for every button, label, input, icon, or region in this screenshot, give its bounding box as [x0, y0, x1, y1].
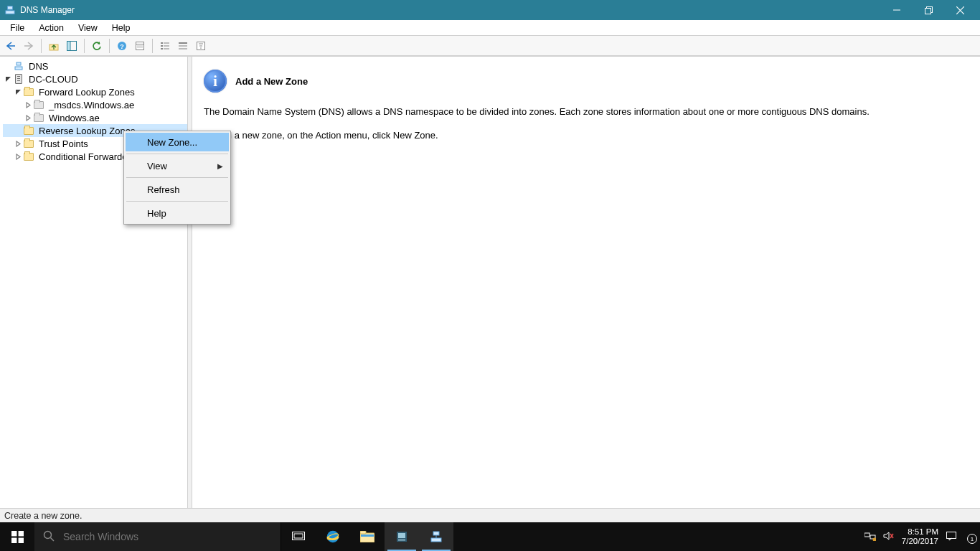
tree-node-server[interactable]: DC-CLOUD — [3, 72, 187, 85]
titlebar: DNS Manager — [0, 0, 980, 20]
app-icon — [4, 4, 16, 16]
svg-rect-46 — [398, 533, 405, 538]
expand-icon[interactable] — [13, 141, 23, 147]
svg-rect-24 — [179, 45, 187, 47]
content-paragraph-2: To add a new zone, on the Action menu, c… — [204, 129, 969, 143]
info-icon: i — [204, 70, 227, 93]
svg-text:?: ? — [120, 42, 124, 50]
svg-rect-22 — [164, 48, 169, 50]
svg-rect-10 — [67, 41, 71, 50]
dns-root-icon — [13, 60, 24, 72]
tray-clock[interactable]: 8:51 PM 7/20/2017 — [902, 527, 938, 546]
context-menu: New Zone... View ▶ Refresh Help — [123, 131, 231, 225]
svg-rect-20 — [164, 45, 169, 47]
taskbar-app-explorer[interactable] — [350, 522, 385, 551]
svg-rect-35 — [18, 537, 23, 542]
search-input[interactable] — [62, 530, 272, 543]
content-inset: i Add a New Zone The Domain Name System … — [192, 57, 980, 508]
tree-pane: DNS DC-CLOUD Forward Lookup Zones _msdcs… — [0, 57, 188, 508]
tree-node-dns-root[interactable]: DNS — [3, 60, 187, 72]
collapse-icon[interactable] — [3, 76, 13, 83]
tree-node-forward-lookup-zones[interactable]: Forward Lookup Zones — [3, 85, 187, 98]
context-menu-help[interactable]: Help — [126, 204, 229, 222]
menu-action[interactable]: Action — [32, 20, 71, 35]
maximize-button[interactable] — [913, 0, 944, 20]
context-menu-label: New Zone... — [147, 137, 197, 148]
context-menu-new-zone[interactable]: New Zone... — [126, 133, 229, 151]
tree-label: Conditional Forwarders — [37, 151, 136, 162]
toolbar-separator — [109, 39, 110, 53]
taskbar-app-dns-manager[interactable] — [419, 522, 453, 551]
tray-volume-icon[interactable] — [883, 531, 895, 542]
zone-icon — [33, 112, 44, 123]
context-menu-separator — [126, 154, 228, 154]
svg-rect-19 — [161, 45, 163, 47]
system-tray: 8:51 PM 7/20/2017 1 — [859, 522, 980, 551]
properties-button[interactable] — [132, 38, 148, 54]
close-button[interactable] — [944, 0, 976, 20]
folder-icon — [23, 138, 34, 149]
folder-icon — [23, 151, 34, 162]
svg-rect-39 — [294, 534, 303, 538]
context-menu-refresh[interactable]: Refresh — [126, 180, 229, 199]
folder-icon — [23, 86, 34, 98]
context-menu-view[interactable]: View ▶ — [126, 156, 229, 175]
svg-rect-31 — [17, 62, 21, 65]
svg-rect-32 — [11, 531, 17, 536]
svg-rect-33 — [18, 531, 23, 536]
tray-date: 7/20/2017 — [902, 537, 938, 546]
tree-label: _msdcs.Windows.ae — [47, 100, 136, 110]
expand-icon[interactable] — [23, 115, 33, 121]
expand-icon[interactable] — [13, 154, 23, 160]
start-button[interactable] — [0, 522, 34, 551]
tree-node-windows-ae-zone[interactable]: Windows.ae — [3, 111, 187, 124]
help-button[interactable]: ? — [114, 38, 130, 54]
svg-rect-17 — [161, 42, 163, 44]
expand-icon[interactable] — [23, 102, 33, 108]
tree-label: Windows.ae — [47, 113, 101, 123]
svg-rect-49 — [433, 532, 439, 535]
tree-label: Forward Lookup Zones — [37, 87, 136, 98]
up-level-button[interactable] — [46, 38, 62, 54]
svg-rect-30 — [15, 67, 22, 70]
context-menu-label: Help — [147, 208, 166, 219]
svg-rect-34 — [11, 537, 17, 542]
taskbar: 8:51 PM 7/20/2017 1 — [0, 522, 980, 551]
window-title: DNS Manager — [20, 5, 881, 15]
client-area: DNS DC-CLOUD Forward Lookup Zones _msdcs… — [0, 56, 980, 508]
taskbar-app-ie[interactable] — [316, 522, 350, 551]
svg-rect-25 — [179, 48, 187, 50]
content-heading-row: i Add a New Zone — [204, 70, 969, 93]
nav-forward-button[interactable] — [21, 38, 37, 54]
submenu-arrow-icon: ▶ — [217, 162, 223, 170]
tree-node-msdcs-zone[interactable]: _msdcs.Windows.ae — [3, 98, 187, 111]
tray-time: 8:51 PM — [902, 527, 938, 537]
menu-view[interactable]: View — [71, 20, 105, 35]
menu-help[interactable]: Help — [105, 20, 138, 35]
svg-rect-23 — [179, 42, 187, 44]
minimize-button[interactable] — [881, 0, 913, 20]
taskbar-search[interactable] — [34, 522, 281, 551]
list-view-button[interactable] — [157, 38, 173, 54]
svg-text:1: 1 — [971, 536, 974, 542]
window-controls — [881, 0, 976, 20]
zone-icon — [33, 99, 44, 110]
tree-label: Trust Points — [37, 138, 90, 149]
detail-view-button[interactable] — [175, 38, 191, 54]
filter-button[interactable] — [193, 38, 209, 54]
search-icon — [43, 530, 55, 544]
collapse-icon[interactable] — [13, 89, 23, 95]
nav-back-button[interactable] — [3, 38, 19, 54]
show-hide-tree-button[interactable] — [64, 38, 80, 54]
svg-line-37 — [51, 537, 55, 541]
server-icon — [13, 73, 24, 85]
taskbar-app-server-manager[interactable] — [385, 522, 419, 551]
content-heading: Add a New Zone — [235, 76, 308, 87]
menubar: File Action View Help — [0, 20, 980, 36]
refresh-button[interactable] — [89, 38, 105, 54]
task-view-button[interactable] — [281, 522, 316, 551]
context-menu-label: View — [147, 161, 167, 171]
menu-file[interactable]: File — [3, 20, 32, 35]
tray-network-icon[interactable] — [864, 531, 876, 542]
tray-action-center-icon[interactable] — [946, 530, 957, 543]
